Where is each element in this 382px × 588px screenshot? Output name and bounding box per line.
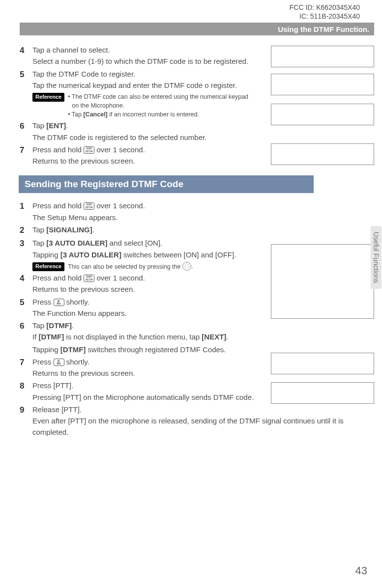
step-body: Press shortly. Returns to the previous s… [32,356,359,379]
side-tab-label: Useful Functions [372,232,380,283]
step-body: Tap [DTMF]. If [DTMF] is not displayed i… [32,320,359,343]
step-num: 5 [20,296,32,319]
step-desc: Returns to the previous screen. [32,369,135,377]
step-4: 4 Tap a channel to select. Select a numb… [20,44,359,67]
step-body: Press and hold over 1 second. Returns to… [32,272,359,295]
s2-step-8: 8 Press [PTT]. Pressing [PTT] on the Mic… [20,380,359,403]
step-desc: Returns to the previous screen. [32,285,135,293]
step-num: 3 [20,237,32,271]
step-body: Tap a channel to select. Select a number… [32,44,359,67]
step-6: 6 Tap [ENT]. The DTMF code is registered… [20,120,359,143]
reference-row: Reference This can also be selected by p… [32,262,251,271]
s2-step-3: 3 Tap [3 AUTO DIALER] and select [ON]. T… [20,237,359,271]
topbar-text: Using the DTMF Function. [278,25,369,33]
ref-bullet-2: • Tap [Cancel] if an incorrect number is… [68,110,251,119]
step-body: Release [PTT]. Even after [PTT] on the m… [32,404,359,438]
step-num: 4 [20,272,32,295]
step-desc: The Setup Menu appears. [32,213,118,222]
fcc-id: FCC ID: K6620345X40 [290,3,360,12]
step-desc: Select a number (1-9) to which the DTMF … [32,57,248,65]
step-desc: Even after [PTT] on the microphone is re… [32,417,344,436]
reference-text: • The DTMF code can also be entered usin… [68,92,251,119]
page-content: 4 Tap a channel to select. Select a numb… [20,44,359,439]
reference-badge: Reference [32,262,64,271]
step-desc: Tap the numerical keypad and enter the D… [32,81,237,89]
step-desc: The DTMF code is registered to the selec… [32,133,206,141]
step-5: 5 Tap the DTMF Code to register. Tap the… [20,68,359,119]
step-body: Tap [ENT]. The DTMF code is registered t… [32,120,359,143]
reference-badge: Reference [32,93,64,102]
section-heading: Sending the Registered DTMF Code [19,175,314,193]
reference-row: Reference • The DTMF code can also be en… [32,92,251,119]
step-num: 9 [20,404,32,438]
s2-step-2: 2 Tap [SIGNALING]. [20,224,359,237]
step-num: 7 [20,144,32,167]
step-desc: Returns to the previous screen. [32,157,135,165]
step-num: 4 [20,44,32,67]
s2-step-7: 7 Press shortly. Returns to the previous… [20,356,359,379]
step-desc: The Function Menu appears. [32,309,127,317]
step-title: Tap the DTMF Code to register. [32,70,135,78]
section-heading-text: Sending the Registered DTMF Code [25,179,183,189]
step-num: 6 [20,120,32,143]
disp-setup-icon [84,146,94,154]
step-body: Tap [SIGNALING]. [32,224,359,237]
fcc-header: FCC ID: K6620345X40 IC: 511B-20345X40 [290,3,360,21]
f-mw-icon [54,299,64,306]
step-num: 1 [20,200,32,223]
section-topbar: Using the DTMF Function. [20,23,374,35]
step-title: Press [PTT]. [32,381,73,390]
step-body: Tap the DTMF Code to register. Tap the n… [32,68,359,119]
step-body: Press shortly. The Function Menu appears… [32,296,359,319]
s2-step-6: 6 Tap [DTMF]. If [DTMF] is not displayed… [20,320,359,343]
s2-step-4: 4 Press and hold over 1 second. Returns … [20,272,359,295]
step-body: Tap [3 AUTO DIALER] and select [ON]. Tap… [32,237,359,271]
s2-step-1: 1 Press and hold over 1 second. The Setu… [20,200,359,223]
step-title: Tap a channel to select. [32,46,110,54]
step-desc: Pressing [PTT] on the Microphone automat… [32,393,254,401]
side-tab: Useful Functions [371,226,382,289]
step-num: 6 [20,320,32,343]
disp-setup-icon [84,202,94,210]
f-mw-icon [54,359,64,366]
reference-text: This can also be selected by pressing th… [68,262,193,271]
ic-id: IC: 511B-20345X40 [290,12,360,21]
step-num: 2 [20,224,32,237]
step-title: Release [PTT]. [32,405,82,414]
s2-step-9: 9 Release [PTT]. Even after [PTT] on the… [20,404,359,438]
page-number: 43 [355,564,367,577]
step-num: 8 [20,380,32,403]
step-body: Tapping [DTMF] switches through register… [32,344,359,355]
disp-setup-icon [84,275,94,282]
step-num: 7 [20,356,32,379]
step-body: Press [PTT]. Pressing [PTT] on the Micro… [32,380,359,403]
step-body: Press and hold over 1 second. The Setup … [32,200,359,223]
dial-icon [182,262,191,271]
step-num: 5 [20,68,32,119]
step-7: 7 Press and hold over 1 second. Returns … [20,144,359,167]
s2-step-5: 5 Press shortly. The Function Menu appea… [20,296,359,319]
s2-step-6b: Tapping [DTMF] switches through register… [20,344,359,355]
step-body: Press and hold over 1 second. Returns to… [32,144,359,167]
ref-bullet-1: • The DTMF code can also be entered usin… [68,92,251,110]
